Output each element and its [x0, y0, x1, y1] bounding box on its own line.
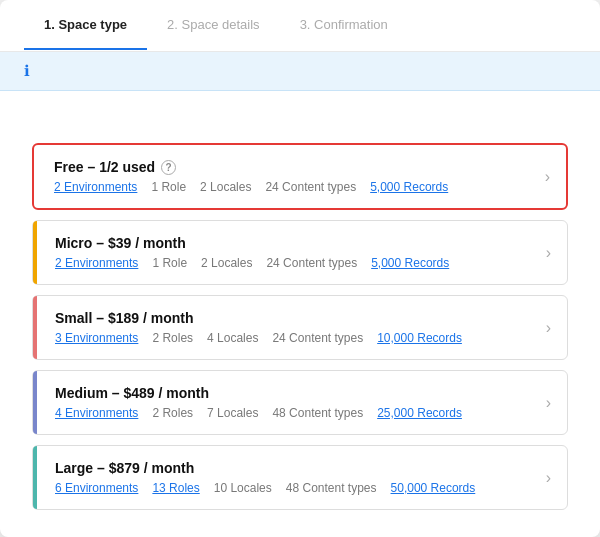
- info-icon: ℹ: [24, 62, 30, 80]
- plan-features-medium: 4 Environments 2 Roles 7 Locales 48 Cont…: [55, 406, 462, 420]
- plan-name-label-micro: Micro – $39 / month: [55, 235, 186, 251]
- feature-records-micro[interactable]: 5,000 Records: [371, 256, 449, 270]
- feature-environments-micro[interactable]: 2 Environments: [55, 256, 138, 270]
- tab-space-type[interactable]: 1. Space type: [24, 1, 147, 50]
- plan-features-large: 6 Environments 13 Roles 10 Locales 48 Co…: [55, 481, 475, 495]
- plan-card-micro-inner: Micro – $39 / month 2 Environments 1 Rol…: [51, 235, 551, 270]
- feature-content-types-medium: 48 Content types: [272, 406, 363, 420]
- plan-card-free-inner: Free – 1/2 used ? 2 Environments 1 Role …: [50, 159, 550, 194]
- plan-name-medium: Medium – $489 / month: [55, 385, 462, 401]
- plan-features-small: 3 Environments 2 Roles 4 Locales 24 Cont…: [55, 331, 462, 345]
- plan-left-large: Large – $879 / month 6 Environments 13 R…: [55, 460, 475, 495]
- feature-roles-micro: 1 Role: [152, 256, 187, 270]
- accent-medium: [33, 371, 37, 434]
- feature-environments-free[interactable]: 2 Environments: [54, 180, 137, 194]
- feature-roles-medium: 2 Roles: [152, 406, 193, 420]
- modal-body: Free – 1/2 used ? 2 Environments 1 Role …: [0, 91, 600, 534]
- feature-roles-small: 2 Roles: [152, 331, 193, 345]
- feature-content-types-micro: 24 Content types: [266, 256, 357, 270]
- plan-card-micro[interactable]: Micro – $39 / month 2 Environments 1 Rol…: [32, 220, 568, 285]
- accent-small: [33, 296, 37, 359]
- feature-environments-medium[interactable]: 4 Environments: [55, 406, 138, 420]
- plan-card-small[interactable]: Small – $189 / month 3 Environments 2 Ro…: [32, 295, 568, 360]
- step-tabs: 1. Space type 2. Space details 3. Confir…: [24, 1, 576, 50]
- chevron-icon-large: ›: [546, 469, 551, 487]
- plan-name-label-free: Free – 1/2 used: [54, 159, 155, 175]
- feature-records-free[interactable]: 5,000 Records: [370, 180, 448, 194]
- plan-name-micro: Micro – $39 / month: [55, 235, 449, 251]
- plan-features-micro: 2 Environments 1 Role 2 Locales 24 Conte…: [55, 256, 449, 270]
- feature-content-types-large: 48 Content types: [286, 481, 377, 495]
- plan-left-free: Free – 1/2 used ? 2 Environments 1 Role …: [54, 159, 448, 194]
- help-icon-free[interactable]: ?: [161, 160, 176, 175]
- plan-card-medium[interactable]: Medium – $489 / month 4 Environments 2 R…: [32, 370, 568, 435]
- accent-micro: [33, 221, 37, 284]
- modal: 1. Space type 2. Space details 3. Confir…: [0, 0, 600, 537]
- plan-left-micro: Micro – $39 / month 2 Environments 1 Rol…: [55, 235, 449, 270]
- plan-name-label-small: Small – $189 / month: [55, 310, 194, 326]
- chevron-icon-micro: ›: [546, 244, 551, 262]
- plan-list: Free – 1/2 used ? 2 Environments 1 Role …: [32, 143, 568, 510]
- tab-space-details[interactable]: 2. Space details: [147, 1, 280, 50]
- feature-roles-large[interactable]: 13 Roles: [152, 481, 199, 495]
- feature-records-large[interactable]: 50,000 Records: [391, 481, 476, 495]
- plan-name-label-medium: Medium – $489 / month: [55, 385, 209, 401]
- modal-header: 1. Space type 2. Space details 3. Confir…: [0, 0, 600, 52]
- plan-name-label-large: Large – $879 / month: [55, 460, 194, 476]
- plan-left-small: Small – $189 / month 3 Environments 2 Ro…: [55, 310, 462, 345]
- plan-card-large-inner: Large – $879 / month 6 Environments 13 R…: [51, 460, 551, 495]
- plan-card-large[interactable]: Large – $879 / month 6 Environments 13 R…: [32, 445, 568, 510]
- feature-locales-micro: 2 Locales: [201, 256, 252, 270]
- chevron-icon-medium: ›: [546, 394, 551, 412]
- plan-card-medium-inner: Medium – $489 / month 4 Environments 2 R…: [51, 385, 551, 420]
- feature-locales-medium: 7 Locales: [207, 406, 258, 420]
- plan-name-free: Free – 1/2 used ?: [54, 159, 448, 175]
- feature-content-types-free: 24 Content types: [265, 180, 356, 194]
- feature-environments-small[interactable]: 3 Environments: [55, 331, 138, 345]
- plan-card-small-inner: Small – $189 / month 3 Environments 2 Ro…: [51, 310, 551, 345]
- info-banner: ℹ: [0, 52, 600, 91]
- chevron-icon-free: ›: [545, 168, 550, 186]
- plan-name-small: Small – $189 / month: [55, 310, 462, 326]
- feature-locales-small: 4 Locales: [207, 331, 258, 345]
- feature-locales-large: 10 Locales: [214, 481, 272, 495]
- plan-name-large: Large – $879 / month: [55, 460, 475, 476]
- feature-records-small[interactable]: 10,000 Records: [377, 331, 462, 345]
- close-button[interactable]: [576, 22, 584, 30]
- plan-card-free[interactable]: Free – 1/2 used ? 2 Environments 1 Role …: [32, 143, 568, 210]
- chevron-icon-small: ›: [546, 319, 551, 337]
- plan-features-free: 2 Environments 1 Role 2 Locales 24 Conte…: [54, 180, 448, 194]
- feature-roles-free: 1 Role: [151, 180, 186, 194]
- accent-large: [33, 446, 37, 509]
- tab-confirmation[interactable]: 3. Confirmation: [280, 1, 408, 50]
- feature-locales-free: 2 Locales: [200, 180, 251, 194]
- plan-left-medium: Medium – $489 / month 4 Environments 2 R…: [55, 385, 462, 420]
- feature-records-medium[interactable]: 25,000 Records: [377, 406, 462, 420]
- feature-environments-large[interactable]: 6 Environments: [55, 481, 138, 495]
- feature-content-types-small: 24 Content types: [272, 331, 363, 345]
